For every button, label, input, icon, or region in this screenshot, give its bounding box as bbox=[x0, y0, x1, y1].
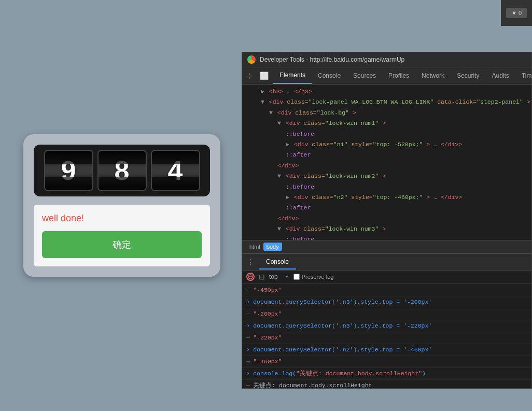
console-arrow-right-2: › bbox=[246, 297, 250, 307]
console-output-9: 关键点: document.body.scrollHeight bbox=[253, 381, 372, 388]
wheel-3[interactable]: 4 bbox=[151, 150, 200, 191]
lock-wheels: 9 8 4 bbox=[34, 145, 210, 196]
html-tree[interactable]: ▶ <h3> … </h3> ▼ <div class="lock-panel … bbox=[242, 84, 531, 240]
preserve-log-checkbox[interactable] bbox=[293, 274, 300, 280]
breadcrumb-html[interactable]: html bbox=[246, 243, 263, 251]
well-done-text: well done! bbox=[42, 213, 202, 224]
tab-timeline[interactable]: Timeline bbox=[515, 68, 532, 83]
console-arrow-left-5: ← bbox=[246, 333, 250, 343]
tab-audits[interactable]: Audits bbox=[485, 68, 515, 83]
console-output-2: document.querySelector('.n3').style.top … bbox=[253, 297, 432, 306]
filter-icon[interactable]: ⊟ bbox=[259, 273, 265, 281]
devtools-panel: Developer Tools - http://ife.baidu.com/g… bbox=[242, 52, 532, 389]
wheel-2[interactable]: 8 bbox=[97, 150, 147, 191]
confirm-button[interactable]: 确定 bbox=[42, 231, 202, 258]
devtools-tabs: ⊹ ⬜ Elements Console Sources Profiles Ne… bbox=[242, 67, 531, 84]
console-tab-bar: ⋮ Console bbox=[242, 254, 531, 271]
wheel-1[interactable]: 9 bbox=[44, 150, 93, 191]
tree-num1[interactable]: ▼ <div class="lock-win num1" > bbox=[242, 118, 531, 129]
breadcrumb-body[interactable]: body bbox=[263, 243, 282, 251]
lock-container: 9 8 4 well done! 确定 bbox=[23, 134, 220, 277]
tree-num2[interactable]: ▼ <div class="lock-win num2" > bbox=[242, 171, 531, 181]
tree-close-num2: </div> bbox=[242, 214, 531, 224]
game-area: 9 8 4 well done! 确定 bbox=[0, 0, 244, 411]
console-arrow-right-8: › bbox=[246, 369, 250, 378]
tree-num3[interactable]: ▼ <div class="lock-win num3" > bbox=[242, 224, 531, 234]
tab-profiles[interactable]: Profiles bbox=[382, 68, 415, 83]
console-arrow-right-4: › bbox=[246, 321, 250, 331]
preserve-log-label: Preserve log bbox=[302, 274, 334, 280]
chrome-icon bbox=[247, 55, 256, 64]
console-output-5: "-220px" bbox=[253, 333, 282, 342]
console-line-4: › document.querySelector('.n3').style.to… bbox=[242, 320, 531, 332]
devtools-title: Developer Tools - http://ife.baidu.com/g… bbox=[260, 56, 404, 63]
tab-console[interactable]: Console bbox=[312, 68, 347, 83]
console-arrow-left-7: ← bbox=[246, 357, 250, 366]
console-line-3: ← "-200px" bbox=[242, 308, 531, 320]
console-output-3: "-200px" bbox=[253, 309, 282, 318]
console-tab-console[interactable]: Console bbox=[259, 255, 296, 270]
console-output-4: document.querySelector('.n3').style.top … bbox=[253, 321, 432, 330]
tree-after-2: ::after bbox=[242, 203, 531, 213]
tree-n1[interactable]: ▶ <div class="n1" style="top: -520px;" >… bbox=[242, 139, 531, 150]
elements-panel: ▶ <h3> … </h3> ▼ <div class="lock-panel … bbox=[242, 84, 531, 253]
device-icon[interactable]: ⬜ bbox=[259, 70, 269, 81]
console-arrow-left-9: ← bbox=[246, 381, 250, 388]
tree-before-2: ::before bbox=[242, 182, 531, 192]
console-line-9: ← 关键点: document.body.scrollHeight bbox=[242, 380, 531, 388]
console-line-7: ← "-460px" bbox=[242, 356, 531, 368]
console-clear-button[interactable] bbox=[246, 273, 255, 281]
tab-elements[interactable]: Elements bbox=[273, 67, 312, 84]
dropdown-icon[interactable] bbox=[284, 274, 289, 279]
tab-sources[interactable]: Sources bbox=[347, 68, 382, 83]
tree-lock-bg[interactable]: ▼ <div class="lock-bg" > bbox=[242, 108, 531, 118]
console-line-5: ← "-220px" bbox=[242, 332, 531, 344]
console-arrow-left-3: ← bbox=[246, 309, 250, 319]
cursor-icon[interactable]: ⊹ bbox=[244, 70, 255, 81]
browser-button[interactable]: ▼ 0 bbox=[506, 8, 527, 18]
browser-top-area: ▼ 0 bbox=[501, 0, 532, 26]
tree-before-1: ::before bbox=[242, 129, 531, 139]
devtools-icon-group: ⊹ ⬜ bbox=[244, 70, 269, 81]
console-output-1: "-450px" bbox=[253, 286, 282, 294]
console-panel: ⋮ Console ⊟ top Preserve log ← bbox=[242, 253, 531, 388]
tab-security[interactable]: Security bbox=[451, 68, 485, 83]
console-output-8: console.log("关键点: document.body.scrollHe… bbox=[253, 369, 426, 378]
tree-n2[interactable]: ▶ <div class="n2" style="top: -460px;" >… bbox=[242, 192, 531, 203]
console-output: ← "-450px" › document.querySelector('.n3… bbox=[242, 284, 531, 388]
svg-marker-2 bbox=[285, 276, 288, 278]
console-output-6: document.querySelector('.n2').style.top … bbox=[253, 345, 432, 354]
console-menu-icon[interactable]: ⋮ bbox=[242, 254, 259, 270]
tab-network[interactable]: Network bbox=[415, 68, 451, 83]
filter-label: top bbox=[269, 273, 278, 280]
no-entry-icon bbox=[248, 274, 253, 279]
devtools-titlebar: Developer Tools - http://ife.baidu.com/g… bbox=[242, 52, 531, 67]
console-arrow-left-1: ← bbox=[246, 286, 250, 295]
console-output-7: "-460px" bbox=[253, 357, 282, 366]
console-line-2: › document.querySelector('.n3').style.to… bbox=[242, 296, 531, 308]
preserve-log-group: Preserve log bbox=[293, 274, 334, 280]
console-line-6: › document.querySelector('.n2').style.to… bbox=[242, 344, 531, 356]
tree-after-1: ::after bbox=[242, 150, 531, 160]
tree-lock-panel[interactable]: ▼ <div class="lock-panel WA_LOG_BTN WA_L… bbox=[242, 97, 531, 107]
tree-h3[interactable]: ▶ <h3> … </h3> bbox=[242, 87, 531, 97]
well-done-box: well done! 确定 bbox=[34, 205, 210, 266]
console-line-1: ← "-450px" bbox=[242, 285, 531, 296]
console-arrow-right-6: › bbox=[246, 345, 250, 355]
tree-before-3: ::before bbox=[242, 234, 531, 240]
console-toolbar: ⊟ top Preserve log bbox=[242, 271, 531, 284]
breadcrumb-bar: html body bbox=[242, 240, 531, 253]
console-line-8: › console.log("关键点: document.body.scroll… bbox=[242, 368, 531, 380]
tree-close-num1: </div> bbox=[242, 161, 531, 171]
